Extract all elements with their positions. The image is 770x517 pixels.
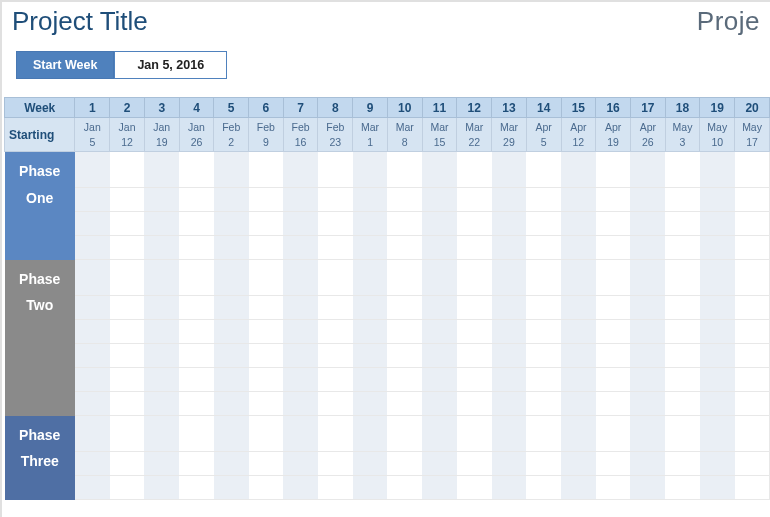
grid-cell[interactable] [422, 452, 457, 476]
grid-cell[interactable] [353, 296, 388, 320]
grid-cell[interactable] [283, 212, 318, 236]
grid-cell[interactable] [387, 344, 422, 368]
grid-cell[interactable] [630, 152, 665, 188]
grid-cell[interactable] [179, 416, 214, 452]
grid-cell[interactable] [214, 476, 249, 500]
grid-cell[interactable] [318, 236, 353, 260]
grid-cell[interactable] [214, 188, 249, 212]
grid-cell[interactable] [630, 320, 665, 344]
grid-cell[interactable] [492, 260, 527, 296]
grid-cell[interactable] [665, 416, 700, 452]
grid-cell[interactable] [561, 392, 596, 416]
grid-cell[interactable] [700, 344, 735, 368]
grid-cell[interactable] [144, 212, 179, 236]
grid-cell[interactable] [387, 212, 422, 236]
grid-cell[interactable] [735, 368, 770, 392]
grid-cell[interactable] [526, 320, 561, 344]
grid-cell[interactable] [353, 416, 388, 452]
grid-cell[interactable] [214, 452, 249, 476]
grid-cell[interactable] [492, 236, 527, 260]
grid-cell[interactable] [526, 452, 561, 476]
grid-cell[interactable] [596, 320, 631, 344]
grid-cell[interactable] [596, 236, 631, 260]
grid-cell[interactable] [110, 320, 145, 344]
grid-cell[interactable] [179, 344, 214, 368]
grid-cell[interactable] [492, 188, 527, 212]
grid-cell[interactable] [630, 344, 665, 368]
grid-cell[interactable] [249, 476, 284, 500]
grid-cell[interactable] [144, 392, 179, 416]
grid-cell[interactable] [735, 260, 770, 296]
grid-cell[interactable] [457, 320, 492, 344]
grid-cell[interactable] [457, 212, 492, 236]
grid-cell[interactable] [110, 296, 145, 320]
grid-cell[interactable] [283, 296, 318, 320]
grid-cell[interactable] [283, 476, 318, 500]
grid-cell[interactable] [75, 416, 110, 452]
grid-cell[interactable] [110, 212, 145, 236]
grid-cell[interactable] [214, 152, 249, 188]
grid-cell[interactable] [214, 416, 249, 452]
grid-cell[interactable] [214, 260, 249, 296]
grid-cell[interactable] [735, 452, 770, 476]
grid-cell[interactable] [318, 416, 353, 452]
grid-cell[interactable] [630, 260, 665, 296]
grid-cell[interactable] [561, 260, 596, 296]
grid-cell[interactable] [110, 152, 145, 188]
grid-cell[interactable] [144, 236, 179, 260]
grid-cell[interactable] [318, 152, 353, 188]
grid-cell[interactable] [457, 416, 492, 452]
grid-cell[interactable] [353, 152, 388, 188]
grid-cell[interactable] [387, 296, 422, 320]
grid-cell[interactable] [283, 188, 318, 212]
grid-cell[interactable] [283, 416, 318, 452]
grid-cell[interactable] [561, 212, 596, 236]
grid-cell[interactable] [422, 296, 457, 320]
grid-cell[interactable] [596, 296, 631, 320]
grid-cell[interactable] [457, 368, 492, 392]
grid-cell[interactable] [144, 476, 179, 500]
grid-cell[interactable] [526, 392, 561, 416]
grid-cell[interactable] [353, 260, 388, 296]
grid-cell[interactable] [249, 320, 284, 344]
grid-cell[interactable] [700, 392, 735, 416]
grid-cell[interactable] [700, 320, 735, 344]
grid-cell[interactable] [353, 188, 388, 212]
grid-cell[interactable] [665, 188, 700, 212]
grid-cell[interactable] [526, 212, 561, 236]
grid-cell[interactable] [700, 236, 735, 260]
grid-cell[interactable] [561, 320, 596, 344]
grid-cell[interactable] [110, 392, 145, 416]
grid-cell[interactable] [526, 188, 561, 212]
grid-cell[interactable] [214, 212, 249, 236]
grid-cell[interactable] [75, 368, 110, 392]
grid-cell[interactable] [422, 416, 457, 452]
grid-cell[interactable] [353, 344, 388, 368]
grid-cell[interactable] [387, 416, 422, 452]
grid-cell[interactable] [596, 452, 631, 476]
grid-cell[interactable] [665, 296, 700, 320]
grid-cell[interactable] [318, 344, 353, 368]
grid-cell[interactable] [179, 296, 214, 320]
grid-cell[interactable] [318, 320, 353, 344]
grid-cell[interactable] [179, 320, 214, 344]
grid-cell[interactable] [353, 452, 388, 476]
grid-cell[interactable] [214, 392, 249, 416]
start-week-value[interactable]: Jan 5, 2016 [114, 51, 227, 79]
grid-cell[interactable] [735, 236, 770, 260]
grid-cell[interactable] [179, 476, 214, 500]
grid-cell[interactable] [214, 236, 249, 260]
grid-cell[interactable] [665, 320, 700, 344]
grid-cell[interactable] [735, 476, 770, 500]
grid-cell[interactable] [457, 188, 492, 212]
grid-cell[interactable] [457, 392, 492, 416]
grid-cell[interactable] [283, 260, 318, 296]
grid-cell[interactable] [144, 260, 179, 296]
grid-cell[interactable] [75, 452, 110, 476]
grid-cell[interactable] [179, 452, 214, 476]
grid-cell[interactable] [700, 296, 735, 320]
grid-cell[interactable] [75, 344, 110, 368]
grid-cell[interactable] [526, 236, 561, 260]
grid-cell[interactable] [526, 344, 561, 368]
grid-cell[interactable] [318, 212, 353, 236]
